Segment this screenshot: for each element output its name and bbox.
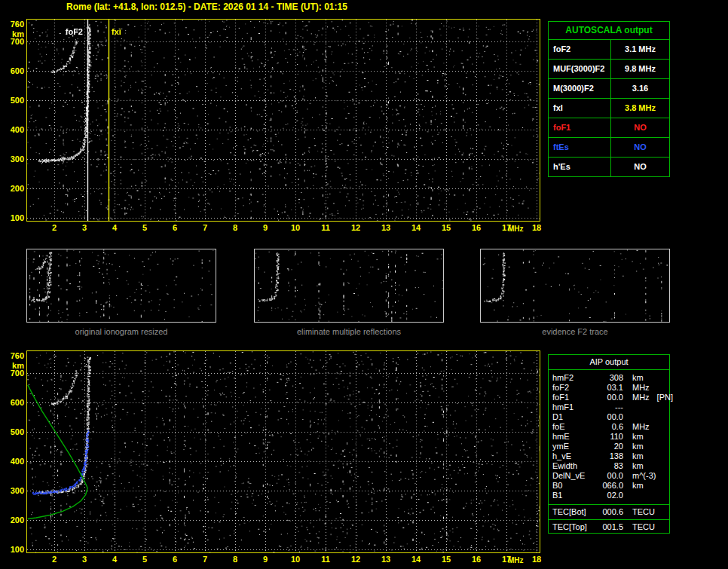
- param-label: M(3000)F2: [549, 79, 611, 98]
- aip-row: DelN_vE00.0m^(-3): [552, 471, 669, 481]
- param-value: NO: [611, 118, 669, 137]
- aip-param-unit: km: [632, 481, 644, 491]
- y-tick-label: 200: [2, 515, 24, 525]
- aip-param-name: hmE: [552, 432, 598, 442]
- x-tick-label: 3: [75, 223, 93, 232]
- x-tick-label: 16: [467, 223, 485, 232]
- y-tick-label: 300: [2, 486, 24, 495]
- param-label: foF2: [549, 40, 611, 59]
- y-tick-label: 700: [2, 37, 24, 46]
- table-row: fxl 3.8 MHz: [549, 99, 669, 118]
- aip-tec-section: TEC[Top]001.5TECU: [549, 522, 669, 533]
- param-label: foF1: [549, 118, 611, 137]
- aip-param-name: h_vE: [552, 451, 598, 461]
- x-tick-label: 15: [437, 555, 455, 564]
- aip-param-value: 00.0: [598, 471, 623, 481]
- aip-param-unit: MHz: [632, 383, 650, 393]
- x-tick-label: 16: [467, 555, 485, 564]
- aip-param-note: [PN]: [657, 393, 673, 402]
- param-value: NO: [611, 158, 669, 176]
- fof2-marker-label: foF2: [60, 27, 83, 36]
- autoscala-screen: Rome (lat: +41.8, lon: 012.5) - DATE: 20…: [0, 0, 728, 569]
- aip-param-unit: km: [632, 442, 644, 451]
- divider: [549, 504, 669, 505]
- thumbnail-caption: evidence F2 trace: [480, 327, 670, 336]
- aip-row: Ewidth83km: [552, 461, 669, 471]
- aip-row: B0066.0km: [552, 481, 669, 491]
- x-tick-label: 4: [106, 555, 124, 564]
- table-row: foF2 3.1 MHz: [549, 40, 669, 60]
- x-tick-label: 11: [317, 555, 335, 564]
- y-tick-label: 100: [2, 213, 24, 222]
- aip-row: foF203.1MHz: [552, 383, 669, 393]
- aip-param-name: Ewidth: [552, 461, 598, 471]
- table-row: M(3000)F2 3.16: [549, 79, 669, 99]
- x-tick-label: 4: [106, 223, 124, 232]
- autoscala-header: AUTOSCALA output: [549, 22, 669, 40]
- thumbnail-original-ionogram: [26, 249, 216, 323]
- param-value: 3.1 MHz: [611, 40, 669, 59]
- thumbnail-canvas: [27, 249, 216, 322]
- page-title: Rome (lat: +41.8, lon: 012.5) - DATE: 20…: [66, 2, 347, 12]
- x-tick-label: 15: [437, 223, 455, 232]
- aip-param-unit: TECU: [632, 522, 655, 532]
- table-row: foF1 NO: [549, 118, 669, 138]
- x-tick-label: 7: [196, 555, 214, 564]
- y-tick-label: 100: [2, 545, 24, 554]
- x-tick-label: 3: [75, 555, 93, 564]
- aip-param-unit: TECU: [632, 507, 655, 517]
- aip-param-value: ---: [598, 402, 623, 412]
- aip-param-name: TEC[Top]: [552, 522, 598, 532]
- aip-row: foE0.6MHz: [552, 422, 669, 432]
- y-axis-unit-label: km: [2, 29, 24, 38]
- aip-param-name: foE: [552, 422, 598, 432]
- param-label: ftEs: [549, 138, 611, 157]
- y-tick-label: 400: [2, 457, 24, 466]
- x-tick-label: 8: [226, 555, 244, 564]
- thumbnail-evidence-f2-trace: [480, 249, 670, 323]
- autoscala-output-panel: AUTOSCALA output foF2 3.1 MHz MUF(3000)F…: [548, 21, 670, 177]
- aip-param-name: hmF1: [552, 402, 598, 412]
- x-axis-unit-label: MHz: [508, 225, 524, 233]
- param-label: h'Es: [549, 158, 611, 176]
- y-axis-unit-label: km: [2, 361, 24, 370]
- aip-param-value: 066.0: [598, 481, 623, 491]
- aip-param-unit: km: [632, 461, 644, 471]
- thumbnail-caption: eliminate multiple reflections: [254, 327, 444, 336]
- aip-param-name: B0: [552, 481, 598, 491]
- aip-param-name: foF2: [552, 383, 598, 393]
- y-tick-label: 600: [2, 398, 24, 407]
- y-tick-label: 500: [2, 96, 24, 105]
- aip-tec-section: TEC[Bot]000.6TECU: [549, 506, 669, 518]
- ionogram-plot-bottom: 760700600500400300200100km23456789101112…: [26, 350, 540, 553]
- thumbnail-canvas: [481, 249, 669, 322]
- param-value: 3.8 MHz: [611, 99, 669, 118]
- aip-param-name: D1: [552, 412, 598, 422]
- aip-param-unit: km: [632, 432, 644, 442]
- x-tick-label: 2: [45, 555, 63, 564]
- aip-output-panel: AIP output hmF2308km foF203.1MHz foF100.…: [548, 354, 670, 534]
- y-tick-label: 700: [2, 369, 24, 378]
- x-tick-label: 12: [347, 223, 365, 232]
- y-tick-label: 300: [2, 154, 24, 164]
- thumbnail-canvas: [255, 249, 443, 322]
- y-tick-label: 500: [2, 427, 24, 436]
- x-tick-label: 12: [347, 555, 365, 564]
- aip-param-value: 308: [598, 373, 623, 383]
- aip-param-value: 138: [598, 451, 623, 461]
- table-row: h'Es NO: [549, 158, 669, 176]
- aip-param-unit: MHz: [632, 393, 650, 402]
- aip-row: TEC[Top]001.5TECU: [552, 522, 669, 532]
- x-tick-label: 13: [377, 555, 395, 564]
- aip-row: hmF1---: [552, 402, 669, 412]
- ionogram-canvas-bottom: [27, 351, 540, 552]
- y-tick-label: 600: [2, 66, 24, 75]
- aip-param-name: TEC[Bot]: [552, 507, 598, 517]
- x-axis-unit-label: MHz: [508, 556, 524, 564]
- aip-param-name: DelN_vE: [552, 471, 598, 481]
- param-value: NO: [611, 138, 669, 157]
- x-tick-label: 5: [136, 223, 154, 232]
- x-tick-label: 6: [166, 223, 184, 232]
- table-row: ftEs NO: [549, 138, 669, 158]
- ionogram-plot-top: 760700600500400300200100km23456789101112…: [26, 19, 540, 222]
